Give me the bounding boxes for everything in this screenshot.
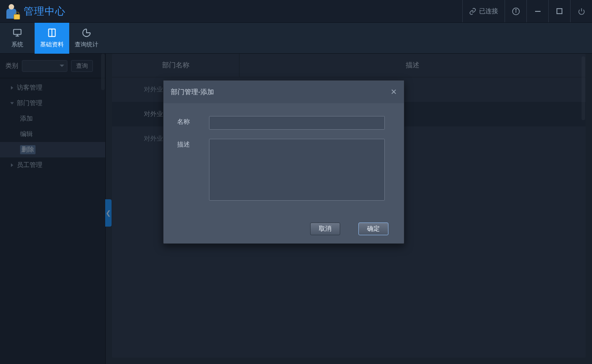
tree-child-delete[interactable]: 删除 [0, 142, 105, 157]
tree-item-label: 访客管理 [17, 84, 42, 92]
tree-item-dept-mgmt[interactable]: 部门管理 [0, 96, 105, 111]
tab-base-data[interactable]: 基础资料 [35, 23, 69, 54]
app-title: 管理中心 [24, 5, 66, 18]
maximize-button[interactable] [548, 0, 570, 22]
titlebar: 管理中心 已连接 [0, 0, 592, 23]
tree-child-label: 添加 [20, 115, 33, 123]
filter-label: 类别 [5, 62, 18, 70]
form-row-name: 名称 [177, 116, 390, 130]
chevron-right-icon [11, 163, 13, 167]
tree-child-label: 编辑 [20, 130, 33, 138]
label-desc: 描述 [177, 139, 209, 201]
category-select[interactable] [22, 60, 67, 72]
minimize-icon [535, 8, 541, 15]
top-tabs: 系统 基础资料 查询统计 [0, 23, 592, 54]
tree-child-add[interactable]: 添加 [0, 111, 105, 126]
connection-status-label: 已连接 [479, 7, 498, 15]
maximize-icon [556, 8, 562, 14]
link-icon [469, 8, 476, 15]
tree-item-label: 员工管理 [17, 161, 42, 169]
svg-rect-6 [14, 30, 21, 35]
modal-body: 名称 描述 [163, 103, 404, 214]
tree-item-staff-mgmt[interactable]: 员工管理 [0, 157, 105, 173]
modal-footer: 取消 确定 [163, 214, 404, 243]
tab-base-data-label: 基础资料 [40, 40, 64, 49]
svg-rect-4 [557, 9, 562, 14]
minimize-button[interactable] [526, 0, 548, 22]
confirm-button-label: 确定 [367, 225, 380, 233]
cancel-button-label: 取消 [319, 225, 332, 233]
info-icon [512, 7, 520, 15]
tree-child-edit[interactable]: 编辑 [0, 126, 105, 142]
modal-title: 部门管理-添加 [171, 88, 214, 96]
sidebar: 类别 查询 访客管理 部门管理 添加 编辑 删除 [0, 54, 106, 364]
app-logo-icon [5, 3, 21, 20]
tab-query-stats[interactable]: 查询统计 [69, 23, 104, 54]
input-name[interactable] [209, 116, 385, 130]
connection-status: 已连接 [462, 0, 505, 22]
textarea-desc[interactable] [209, 139, 385, 201]
th-dept-name: 部门名称 [112, 54, 240, 77]
monitor-icon [12, 28, 22, 38]
modal-header: 部门管理-添加 × [163, 81, 404, 103]
chevron-down-icon [60, 65, 64, 67]
tree-item-label: 部门管理 [17, 99, 42, 107]
cancel-button[interactable]: 取消 [310, 222, 340, 235]
filter-bar: 类别 查询 [0, 54, 105, 78]
power-icon [578, 8, 585, 15]
chevron-down-icon [10, 102, 14, 105]
nav-tree: 访客管理 部门管理 添加 编辑 删除 员工管理 [0, 78, 105, 173]
sidebar-scrollbar[interactable] [101, 54, 105, 90]
form-row-desc: 描述 [177, 139, 390, 201]
modal-close-button[interactable]: × [391, 87, 397, 97]
content-scrollbar[interactable] [582, 56, 585, 120]
svg-point-2 [515, 9, 516, 10]
confirm-button[interactable]: 确定 [358, 222, 388, 235]
tab-system[interactable]: 系统 [0, 23, 35, 54]
table-header: 部门名称 描述 [112, 54, 586, 77]
label-name: 名称 [177, 116, 209, 130]
power-button[interactable] [570, 0, 592, 22]
tab-query-stats-label: 查询统计 [75, 40, 98, 49]
book-icon [47, 28, 57, 38]
close-icon: × [391, 86, 397, 97]
add-dept-modal: 部门管理-添加 × 名称 描述 取消 确定 [163, 80, 404, 244]
tree-item-visitor-mgmt[interactable]: 访客管理 [0, 80, 105, 96]
sidebar-collapse-handle[interactable]: ❮ [105, 199, 112, 227]
query-button-label: 查询 [76, 62, 88, 70]
pie-chart-icon [82, 28, 92, 38]
tab-system-label: 系统 [11, 40, 23, 49]
chevron-right-icon [11, 86, 13, 90]
th-description: 描述 [240, 54, 586, 77]
tree-child-label: 删除 [20, 145, 36, 154]
query-button[interactable]: 查询 [71, 60, 93, 72]
info-button[interactable] [505, 0, 526, 22]
chevron-left-icon: ❮ [106, 209, 111, 217]
